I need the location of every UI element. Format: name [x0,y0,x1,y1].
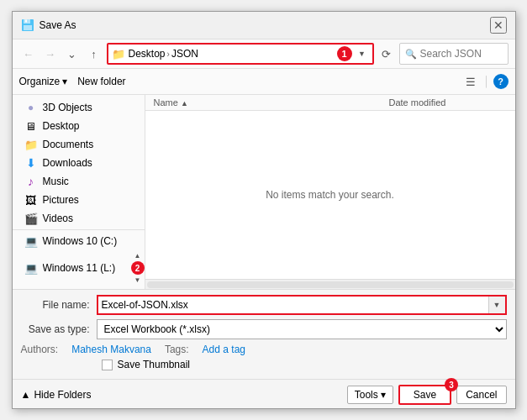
file-name-dropdown-button[interactable]: ▼ [488,297,505,313]
sidebar-item-windows11-row: 💻 Windows 11 (L:) ▲ 2 ▼ [13,250,145,286]
new-folder-label: New folder [77,76,125,87]
sidebar-label-windows10: Windows 10 (C:) [43,235,118,247]
hide-folders-button[interactable]: ▲ Hide Folders [21,389,92,401]
search-box: 🔍 [399,43,509,65]
address-dropdown-icon[interactable]: ▼ [356,50,369,58]
sidebar-item-desktop[interactable]: 🖥 Desktop [13,117,145,135]
svg-rect-2 [25,20,27,23]
close-button[interactable]: ✕ [490,17,507,34]
music-icon: ♪ [24,175,38,188]
title-bar: Save As ✕ [13,12,515,39]
bottom-form: File name: ▼ Save as type: Excel Workboo… [13,289,515,379]
footer-row: ▲ Hide Folders Tools ▾ Save 3 Cancel [13,379,515,408]
action-bar: Organize ▾ New folder ☰ │ ? [13,69,515,95]
content-area: ● 3D Objects 🖥 Desktop 📁 Documents ⬇ Dow… [13,95,515,289]
sidebar-item-documents[interactable]: 📁 Documents [13,135,145,154]
authors-value[interactable]: Mahesh Makvana [71,344,151,355]
save-as-label: Save as type: [21,323,97,335]
col-name-label: Name [154,97,178,108]
scroll-down-icon[interactable]: ▼ [134,276,141,284]
save-as-select-wrap: Excel Workbook (*.xlsx) [97,319,507,339]
sidebar-item-3d-objects[interactable]: ● 3D Objects [13,98,145,117]
save-as-dialog: Save As ✕ ← → ⌄ ↑ 📁 Desktop › JSON 1 ▼ ⟳… [12,11,516,409]
sort-arrow-icon: ▲ [181,99,188,108]
sidebar-label-music: Music [43,176,69,187]
save-button-wrap: Save 3 [398,385,451,405]
file-name-input-wrap: ▼ [97,295,507,315]
refresh-button[interactable]: ⟳ [377,45,396,63]
back-button[interactable]: ← [19,45,38,63]
dialog-icon [21,18,34,32]
sidebar-label-videos: Videos [43,213,73,224]
organize-button[interactable]: Organize ▾ [19,76,68,87]
organize-arrow-icon: ▾ [62,76,67,87]
windows11-icon: 💻 [24,261,38,275]
help-icon: ? [498,76,503,87]
file-list-body: No items match your search. [145,111,515,279]
dialog-title: Save As [40,19,76,31]
navigation-toolbar: ← → ⌄ ↑ 📁 Desktop › JSON 1 ▼ ⟳ 🔍 [13,39,515,69]
sidebar-item-downloads[interactable]: ⬇ Downloads [13,154,145,172]
tools-button[interactable]: Tools ▾ [347,386,393,404]
forward-button[interactable]: → [41,45,60,63]
sidebar-item-videos[interactable]: 🎬 Videos [13,209,145,228]
file-name-label: File name: [21,299,97,311]
sidebar-scroll-arrows: ▲ 2 ▼ [131,250,145,286]
horizontal-scrollbar[interactable] [145,279,515,289]
column-name[interactable]: Name ▲ [154,97,389,108]
sidebar-item-windows10[interactable]: 💻 Windows 10 (C:) [13,232,145,250]
address-breadcrumb: Desktop › JSON [129,48,334,60]
scroll-up-icon[interactable]: ▲ [134,252,141,260]
address-badge: 1 [337,46,352,61]
sidebar-separator [13,229,145,230]
save-as-select[interactable]: Excel Workbook (*.xlsx) [97,323,506,336]
scroll-track [147,281,514,288]
search-icon: 🔍 [405,49,417,60]
main-panel: Name ▲ Date modified No items match your… [145,95,515,289]
hide-folders-chevron-icon: ▲ [21,389,31,401]
action-separator: │ [483,76,490,87]
title-bar-left: Save As [21,18,76,32]
sidebar-item-windows11[interactable]: 💻 Windows 11 (L:) [13,259,131,277]
save-as-type-row: Save as type: Excel Workbook (*.xlsx) [21,319,507,339]
sidebar-label-documents: Documents [43,139,94,150]
up-button[interactable]: ↑ [85,45,103,63]
save-button[interactable]: Save [398,385,451,405]
tools-arrow-icon: ▾ [381,389,386,401]
new-folder-button[interactable]: New folder [77,76,125,87]
sidebar-label-desktop: Desktop [43,120,80,132]
sidebar-label-pictures: Pictures [43,194,79,206]
scroll-badge: 2 [131,261,145,275]
recent-locations-button[interactable]: ⌄ [63,45,82,63]
videos-icon: 🎬 [24,212,38,225]
tags-label: Tags: [165,344,189,355]
view-icon: ☰ [466,76,476,88]
tools-label: Tools [355,389,378,401]
save-thumbnail-label: Save Thumbnail [118,359,191,370]
folder-icon: 📁 [112,48,125,60]
tags-value[interactable]: Add a tag [203,344,245,355]
column-date[interactable]: Date modified [389,97,507,108]
hide-folders-label: Hide Folders [34,389,91,401]
help-button[interactable]: ? [493,74,509,89]
organize-label: Organize [19,76,61,87]
file-name-row: File name: ▼ [21,295,507,315]
svg-rect-3 [24,25,32,30]
col-date-label: Date modified [389,97,446,108]
save-thumbnail-checkbox[interactable] [102,360,113,370]
sidebar-item-music[interactable]: ♪ Music [13,172,145,191]
no-items-text: No items match your search. [266,189,394,201]
address-bar[interactable]: 📁 Desktop › JSON 1 ▼ [107,43,374,65]
authors-label: Authors: [21,344,59,355]
sidebar: ● 3D Objects 🖥 Desktop 📁 Documents ⬇ Dow… [13,95,145,289]
sidebar-label-3d-objects: 3D Objects [43,102,92,113]
view-button[interactable]: ☰ [461,72,480,91]
downloads-icon: ⬇ [24,156,38,170]
footer-right: Tools ▾ Save 3 Cancel [347,385,507,405]
sidebar-label-windows11: Windows 11 (L:) [43,262,116,274]
cancel-button[interactable]: Cancel [456,386,506,404]
sidebar-item-pictures[interactable]: 🖼 Pictures [13,191,145,209]
search-input[interactable] [420,48,503,60]
breadcrumb-part1: Desktop [129,48,166,60]
file-name-input[interactable] [98,299,488,311]
